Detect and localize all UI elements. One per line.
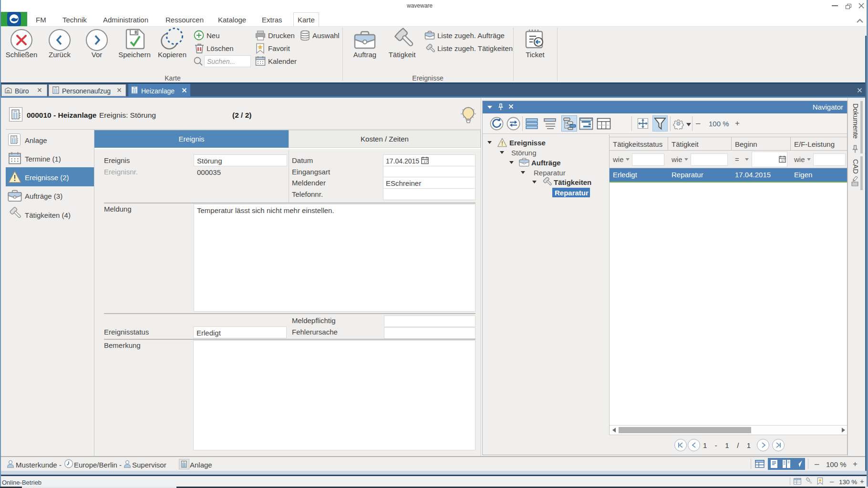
svg-text:17: 17 — [781, 158, 785, 163]
svg-text:17: 17 — [424, 160, 428, 164]
